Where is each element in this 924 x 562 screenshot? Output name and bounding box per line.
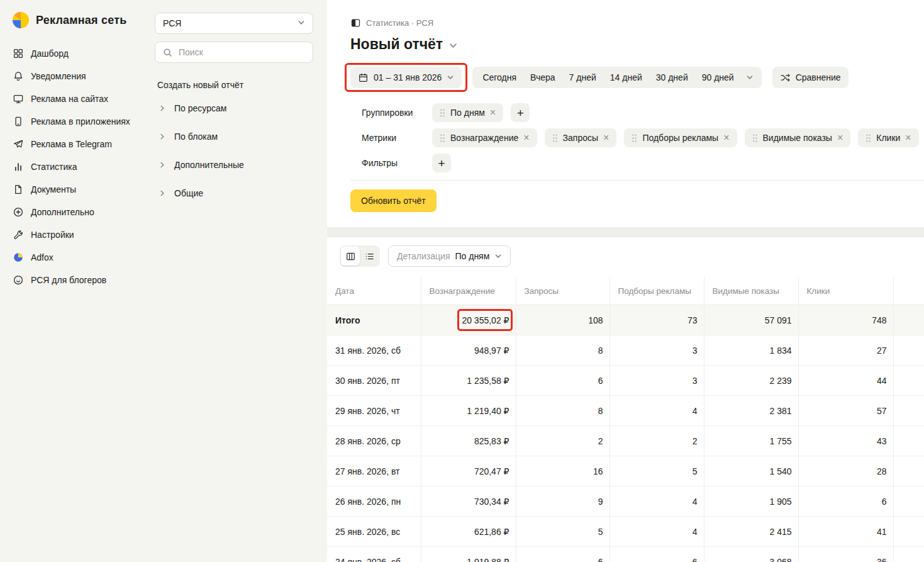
- cell-requests: 8: [516, 396, 610, 426]
- grouping-chip-by-days[interactable]: По дням ×: [432, 103, 503, 122]
- chevron-right-icon: [159, 133, 166, 140]
- sidebar-item-rsya-for-bloggers[interactable]: РСЯ для блогеров: [0, 269, 146, 291]
- drag-handle-icon[interactable]: [440, 108, 445, 118]
- report-group-by-resources[interactable]: По ресурсам: [155, 94, 313, 122]
- cell-reward: 1 019,88 ₽: [421, 547, 516, 562]
- table-toolbar: Детализация По дням: [340, 245, 924, 267]
- drag-handle-icon[interactable]: [632, 133, 637, 143]
- remove-chip-icon[interactable]: ×: [523, 133, 529, 143]
- drag-handle-icon[interactable]: [866, 133, 871, 143]
- sidebar-item-ads-in-telegram[interactable]: Реклама в Telegram: [0, 133, 146, 155]
- sidebar-item-adfox[interactable]: Adfox: [0, 246, 146, 269]
- cell-requests: 6: [516, 366, 610, 396]
- update-report-button[interactable]: Обновить отчёт: [350, 189, 437, 212]
- sidebar-item-dashboard[interactable]: Дашборд: [0, 42, 146, 65]
- sidebar-item-documents[interactable]: Документы: [0, 178, 146, 201]
- quick-range-group: Сегодня Вчера 7 дней 14 дней 30 дней 90 …: [472, 67, 761, 88]
- project-select[interactable]: РСЯ: [155, 13, 313, 34]
- add-filter-button[interactable]: +: [432, 154, 451, 172]
- filters-label: Фильтры: [362, 158, 432, 168]
- report-group-additional[interactable]: Дополнительные: [155, 150, 313, 179]
- wrench-icon: [13, 229, 24, 240]
- remove-chip-icon[interactable]: ×: [905, 133, 911, 143]
- metric-chip-reward[interactable]: Вознаграждение ×: [432, 128, 537, 147]
- quick-range-90-days[interactable]: 90 дней: [695, 72, 741, 82]
- sidebar-item-label: Настройки: [31, 230, 74, 240]
- sidebar-item-label: Adfox: [31, 252, 53, 262]
- column-header-empty: [893, 277, 924, 305]
- list-view-button[interactable]: [360, 247, 379, 266]
- metric-chip-ad-selections[interactable]: Подборы рекламы ×: [624, 128, 737, 147]
- column-header-reward: Вознаграждение: [421, 277, 516, 305]
- date-range-value: 01 – 31 янв 2026: [374, 72, 442, 82]
- metric-chip-visible-impressions[interactable]: Видимые показы ×: [745, 128, 851, 147]
- sidebar-item-settings[interactable]: Настройки: [0, 223, 146, 246]
- table-view-button[interactable]: [341, 247, 360, 266]
- remove-chip-icon[interactable]: ×: [490, 108, 496, 118]
- filter-area: Группировки По дням × + Метрики Вознаг: [350, 103, 924, 172]
- drag-handle-icon[interactable]: [440, 133, 445, 143]
- bar-chart-icon: [13, 161, 24, 172]
- chip-label: Видимые показы: [763, 133, 832, 143]
- report-group-common[interactable]: Общие: [155, 179, 313, 207]
- cell-visible-impressions: 1 540: [704, 456, 798, 486]
- shuffle-icon: [780, 72, 791, 83]
- report-group-label: По блокам: [174, 132, 218, 142]
- cell-date: 27 янв. 2026, вт: [327, 456, 421, 486]
- sidebar-item-ads-on-sites[interactable]: Реклама на сайтах: [0, 87, 146, 110]
- add-grouping-button[interactable]: +: [511, 103, 530, 122]
- title-chevron-down-icon[interactable]: [448, 41, 458, 50]
- groupings-label: Группировки: [362, 108, 432, 118]
- report-group-label: Общие: [174, 188, 203, 198]
- detail-select[interactable]: Детализация По дням: [388, 245, 511, 267]
- drag-handle-icon[interactable]: [552, 133, 558, 143]
- quick-range-7-days[interactable]: 7 дней: [562, 72, 603, 82]
- filters-row: Фильтры +: [362, 154, 924, 172]
- sidebar-item-notifications[interactable]: Уведомления: [0, 65, 146, 87]
- monitor-icon: [13, 93, 24, 104]
- column-header-date: Дата: [327, 277, 421, 305]
- cell-visible-impressions: 1 755: [704, 426, 798, 456]
- app-root: Рекламная сеть Дашборд Уведомления Рекла…: [0, 0, 924, 562]
- report-panel: РСЯ Создать новый отчёт По ресурсам По б…: [146, 0, 327, 562]
- bell-icon: [13, 70, 24, 82]
- metric-chip-requests[interactable]: Запросы ×: [545, 128, 617, 147]
- total-reward-value: 20 355,02 ₽: [462, 315, 509, 325]
- comparison-button[interactable]: Сравнение: [772, 67, 849, 88]
- cell-ad-selections: 4: [610, 396, 704, 426]
- quick-range-14-days[interactable]: 14 дней: [603, 72, 649, 82]
- remove-chip-icon[interactable]: ×: [837, 133, 843, 143]
- sidebar-item-ads-in-apps[interactable]: Реклама в приложениях: [0, 110, 146, 133]
- cell-clicks: 44: [798, 366, 893, 396]
- table-header-row: Дата Вознаграждение Запросы Подборы рекл…: [327, 277, 924, 305]
- cell-clicks: 27: [798, 335, 893, 366]
- create-report-label: Создать новый отчёт: [157, 80, 313, 90]
- search-input[interactable]: [177, 47, 305, 58]
- sidebar-item-label: Уведомления: [31, 71, 86, 81]
- report-group-by-blocks[interactable]: По блокам: [155, 122, 313, 150]
- app-logo[interactable]: Рекламная сеть: [0, 0, 146, 37]
- cell-ad-selections: 2: [610, 426, 704, 456]
- breadcrumb-text: Статистика · РСЯ: [366, 18, 433, 28]
- remove-chip-icon[interactable]: ×: [603, 133, 609, 143]
- cell-date: 28 янв. 2026, ср: [327, 426, 421, 456]
- quick-range-30-days[interactable]: 30 дней: [649, 72, 695, 82]
- cell-visible-impressions: 2 239: [704, 366, 798, 396]
- chip-label: По дням: [450, 108, 485, 118]
- section-gap: [327, 227, 924, 237]
- cell-visible-impressions: 2 415: [704, 517, 798, 547]
- breadcrumb[interactable]: Статистика · РСЯ: [350, 18, 924, 28]
- sidebar-item-additional[interactable]: Дополнительно: [0, 201, 146, 223]
- sidebar-item-statistics[interactable]: Статистика: [0, 155, 146, 178]
- metric-chip-clicks[interactable]: Клики ×: [858, 128, 918, 147]
- cell-requests: 6: [516, 547, 610, 562]
- date-range-button[interactable]: 01 – 31 янв 2026: [350, 67, 462, 88]
- chevron-right-icon: [159, 104, 166, 112]
- cell-clicks: 6: [798, 486, 893, 517]
- quick-range-today[interactable]: Сегодня: [476, 72, 523, 82]
- drag-handle-icon[interactable]: [752, 133, 758, 143]
- quick-range-more-chevron-icon[interactable]: [741, 74, 759, 81]
- remove-chip-icon[interactable]: ×: [723, 133, 729, 143]
- cell-clicks: 41: [798, 517, 893, 547]
- quick-range-yesterday[interactable]: Вчера: [523, 72, 562, 82]
